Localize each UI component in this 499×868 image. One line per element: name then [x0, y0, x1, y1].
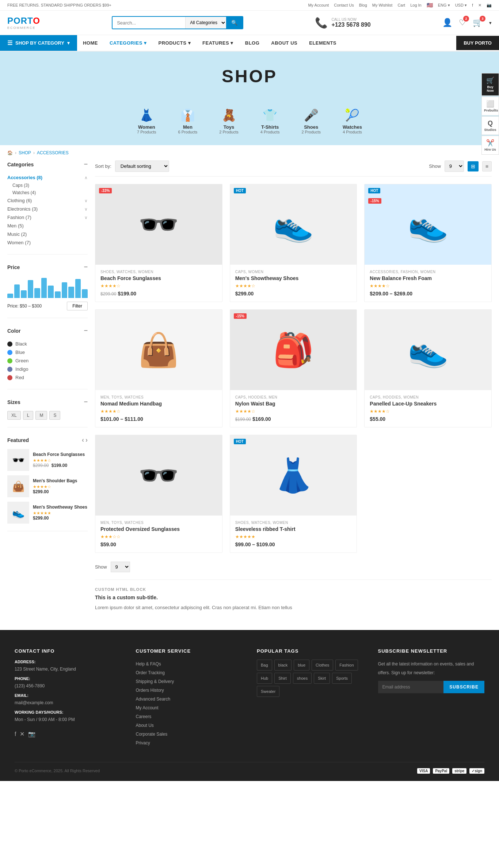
- tag-black[interactable]: black: [274, 660, 292, 671]
- product-name-7[interactable]: Protected Oversized Sunglasses: [100, 526, 217, 532]
- cart-icon[interactable]: 🛒 3: [473, 18, 483, 27]
- cat-women[interactable]: 👗 Women 7 Products: [137, 108, 156, 134]
- tag-sweater[interactable]: Sweater: [257, 686, 279, 697]
- sizes-toggle[interactable]: −: [84, 398, 88, 406]
- featured-item-2[interactable]: 👜 Men's Shoulder Bags ★★★★☆ $299.00: [7, 475, 88, 497]
- tag-hub[interactable]: Hub: [257, 673, 272, 684]
- nav-features[interactable]: FEATURES ▾: [197, 36, 239, 50]
- grid-view-btn[interactable]: ⊞: [468, 161, 479, 171]
- featured-next[interactable]: ›: [85, 436, 88, 444]
- instagram-icon[interactable]: 📷: [487, 3, 492, 8]
- link-orders-history[interactable]: Orders History: [136, 686, 243, 695]
- link-about-us[interactable]: About Us: [136, 721, 243, 730]
- cat-watches[interactable]: 🎾 Watches 4 Products: [343, 108, 362, 134]
- cat-men[interactable]: Men (5): [7, 222, 88, 230]
- size-m[interactable]: M: [35, 411, 47, 420]
- newsletter-email-input[interactable]: [378, 681, 444, 693]
- search-input[interactable]: [113, 17, 185, 29]
- color-black[interactable]: Black: [7, 340, 88, 348]
- buy-porto-btn[interactable]: BUY PORTO: [456, 36, 499, 50]
- logo[interactable]: PORTO eCommerce: [7, 16, 40, 30]
- product-name-3[interactable]: New Balance Fresh Foam: [370, 275, 486, 281]
- cart-arrow[interactable]: ▾: [489, 20, 492, 26]
- blog-link[interactable]: Blog: [359, 3, 367, 7]
- contact-us-link[interactable]: Contact Us: [334, 3, 354, 7]
- size-xl[interactable]: XL: [7, 411, 21, 420]
- cat-fashion[interactable]: Fashion (7) ∨: [7, 213, 88, 222]
- show-select[interactable]: 9 18 27: [445, 161, 464, 172]
- list-view-btn[interactable]: ≡: [482, 161, 492, 171]
- user-icon[interactable]: 👤: [442, 18, 452, 27]
- filter-button[interactable]: Filter: [67, 302, 88, 310]
- tag-shirt[interactable]: Shirt: [274, 673, 291, 684]
- link-order-tracking[interactable]: Order Tracking: [136, 668, 243, 677]
- sub-caps[interactable]: Caps (3): [12, 182, 88, 189]
- footer-show-select[interactable]: 9 18 27: [111, 562, 130, 572]
- price-toggle[interactable]: −: [84, 263, 88, 271]
- my-wishlist-link[interactable]: My Wishlist: [372, 3, 393, 7]
- tag-skirt[interactable]: Skirt: [314, 673, 330, 684]
- cat-shoes[interactable]: 🎤 Shoes 2 Products: [301, 108, 321, 134]
- sub-watches[interactable]: Watches (4): [12, 189, 88, 196]
- link-privacy[interactable]: Privacy: [136, 739, 243, 747]
- featured-item-1[interactable]: 🕶️ Beach Force Sunglasses ★★★★☆ $299.00 …: [7, 449, 88, 471]
- cat-music[interactable]: Music (2): [7, 230, 88, 238]
- color-green[interactable]: Green: [7, 356, 88, 365]
- color-indigo[interactable]: Indigo: [7, 365, 88, 373]
- product-name-5[interactable]: Nylon Waist Bag: [235, 401, 352, 407]
- language-selector[interactable]: ENG ▾: [438, 3, 450, 8]
- cart-link[interactable]: Cart: [397, 3, 405, 7]
- cat-electronics[interactable]: Electronics (3) ∨: [7, 205, 88, 213]
- facebook-icon[interactable]: f: [472, 3, 473, 7]
- sort-select[interactable]: Default sorting Price: Low to High Price…: [115, 161, 169, 172]
- featured-item-3[interactable]: 👟 Men's Showtheway Shoes ★★★★★ $299.00: [7, 502, 88, 524]
- newsletter-subscribe-btn[interactable]: SUBSCRIBE: [443, 681, 484, 693]
- nav-home[interactable]: HOME: [77, 36, 104, 50]
- product-name-4[interactable]: Nomad Medium Handbag: [100, 401, 217, 407]
- link-careers[interactable]: Careers: [136, 712, 243, 721]
- footer-twitter[interactable]: ✕: [20, 728, 24, 740]
- link-advanced-search[interactable]: Advanced Search: [136, 695, 243, 703]
- shop-by-category[interactable]: ☰ SHOP BY CATEGORY ▾: [0, 35, 77, 51]
- product-name-8[interactable]: Sleeveless ribbed T-shirt: [235, 526, 352, 532]
- product-name-6[interactable]: Panelled Lace-Up Sneakers: [370, 401, 486, 407]
- featured-prev[interactable]: ‹: [82, 436, 84, 444]
- cat-clothing[interactable]: Clothing (6) ∨: [7, 196, 88, 205]
- tag-fashion[interactable]: Fashion: [335, 660, 358, 671]
- tag-bag[interactable]: Bag: [257, 660, 272, 671]
- buy-now-btn[interactable]: 🛒 Buy Now: [481, 73, 499, 96]
- cat-accessories[interactable]: Accessories (8) ∧: [7, 173, 88, 182]
- footer-instagram[interactable]: 📷: [28, 728, 35, 740]
- cat-men[interactable]: 👔 Men 6 Products: [178, 108, 198, 134]
- tag-sports[interactable]: Sports: [332, 673, 352, 684]
- studios-btn[interactable]: Q Studios: [481, 116, 499, 135]
- prebuilts-btn[interactable]: ⬜ Prebuilts: [481, 97, 499, 116]
- tag-shoes[interactable]: shoes: [293, 673, 312, 684]
- search-category-select[interactable]: All Categories: [185, 17, 226, 29]
- hire-us-btn[interactable]: ✂️ Hire Us: [481, 136, 499, 155]
- color-blue[interactable]: Blue: [7, 348, 88, 356]
- nav-about[interactable]: ABOUT US: [265, 36, 303, 50]
- twitter-icon[interactable]: ✕: [478, 3, 481, 8]
- link-my-account[interactable]: My Account: [136, 703, 243, 712]
- size-l[interactable]: L: [23, 411, 34, 420]
- footer-facebook[interactable]: f: [15, 728, 16, 740]
- size-s[interactable]: S: [49, 411, 60, 420]
- nav-elements[interactable]: ELEMENTS: [303, 36, 342, 50]
- nav-products[interactable]: PRODUCTS ▾: [153, 36, 197, 50]
- tag-blue[interactable]: blue: [294, 660, 309, 671]
- home-link[interactable]: 🏠: [7, 150, 13, 155]
- link-help-faqs[interactable]: Help & FAQs: [136, 660, 243, 668]
- color-red[interactable]: Red: [7, 373, 88, 382]
- nav-blog[interactable]: BLOG: [239, 36, 266, 50]
- tag-clothes[interactable]: Clothes: [312, 660, 333, 671]
- cat-women-sidebar[interactable]: Women (7): [7, 238, 88, 247]
- product-name-1[interactable]: Beach Force Sunglasses: [100, 275, 217, 281]
- my-account-link[interactable]: My Account: [308, 3, 329, 7]
- nav-categories[interactable]: CATEGORIES ▾: [104, 36, 153, 50]
- wishlist-icon[interactable]: ♡ 2: [459, 18, 466, 27]
- cat-toys[interactable]: 🧸 Toys 2 Products: [219, 108, 239, 134]
- product-name-2[interactable]: Men's Showtheway Shoes: [235, 275, 352, 281]
- categories-toggle[interactable]: −: [84, 161, 88, 168]
- link-shipping[interactable]: Shipping & Delivery: [136, 677, 243, 686]
